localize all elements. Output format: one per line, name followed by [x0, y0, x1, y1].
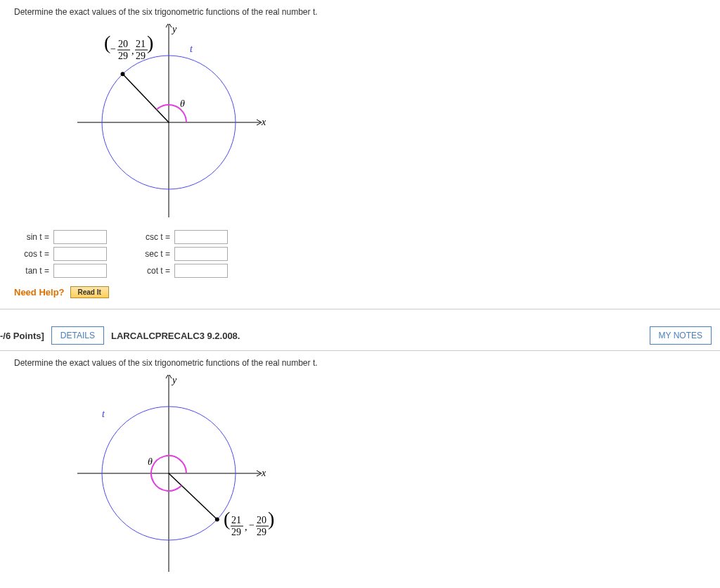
question-text: Determine the exact values of the six tr…	[14, 358, 706, 368]
details-button[interactable]: DETAILS	[51, 326, 104, 345]
question-2: Determine the exact values of the six tr…	[0, 351, 720, 588]
y-axis-label: y	[171, 375, 177, 385]
csc-input[interactable]	[174, 230, 228, 244]
t-label: t	[190, 44, 193, 54]
svg-text:(: (	[224, 508, 230, 530]
y-axis-label: y	[171, 24, 177, 34]
problem-id: LARCALCPRECALC3 9.2.008.	[111, 331, 240, 341]
tan-input[interactable]	[53, 264, 107, 278]
sin-input[interactable]	[53, 230, 107, 244]
svg-text:,: ,	[245, 522, 248, 532]
svg-text:29: 29	[118, 51, 128, 61]
need-help-row: Need Help? Read It	[14, 286, 706, 298]
cot-label: cot t =	[135, 266, 170, 276]
question-text: Determine the exact values of the six tr…	[14, 7, 706, 17]
svg-text:): )	[147, 32, 153, 53]
cot-input[interactable]	[174, 264, 228, 278]
my-notes-button[interactable]: MY NOTES	[650, 326, 712, 345]
unit-circle-diagram-2: y x t θ ( 21 29 , − 20 29 )	[77, 375, 706, 581]
csc-label: csc t =	[135, 232, 170, 242]
svg-text:29: 29	[257, 527, 266, 537]
sec-input[interactable]	[174, 247, 228, 261]
unit-circle-diagram-1: y x t θ ( − 20 29 , 21 29 )	[77, 24, 706, 223]
svg-text:21: 21	[136, 39, 146, 49]
svg-text:(: (	[104, 32, 110, 53]
question-header: -/6 Points] DETAILS LARCALCPRECALC3 9.2.…	[0, 309, 720, 351]
question-1: Determine the exact values of the six tr…	[0, 0, 720, 309]
theta-label: θ	[180, 98, 185, 109]
sec-label: sec t =	[135, 249, 170, 259]
svg-text:−: −	[249, 520, 255, 530]
svg-line-4	[123, 74, 169, 122]
svg-text:29: 29	[136, 51, 146, 61]
cos-input[interactable]	[53, 247, 107, 261]
svg-text:29: 29	[231, 527, 241, 537]
svg-text:): )	[268, 508, 274, 530]
svg-text:,: ,	[131, 46, 134, 56]
svg-text:21: 21	[231, 515, 241, 525]
x-axis-label: x	[261, 468, 266, 478]
svg-text:20: 20	[257, 515, 266, 525]
sin-label: sin t =	[14, 232, 49, 242]
svg-line-19	[169, 473, 217, 520]
need-help-label: Need Help?	[14, 287, 65, 298]
answer-grid: sin t = cos t = tan t = csc t = sec t =	[14, 230, 706, 278]
x-axis-label: x	[261, 117, 266, 127]
svg-text:20: 20	[118, 39, 128, 49]
theta-label: θ	[148, 456, 153, 467]
tan-label: tan t =	[14, 266, 49, 276]
read-it-button[interactable]: Read It	[70, 286, 109, 298]
t-label: t	[102, 409, 105, 419]
svg-text:−: −	[110, 44, 116, 54]
points-label: -/6 Points]	[0, 331, 44, 341]
cos-label: cos t =	[14, 249, 49, 259]
